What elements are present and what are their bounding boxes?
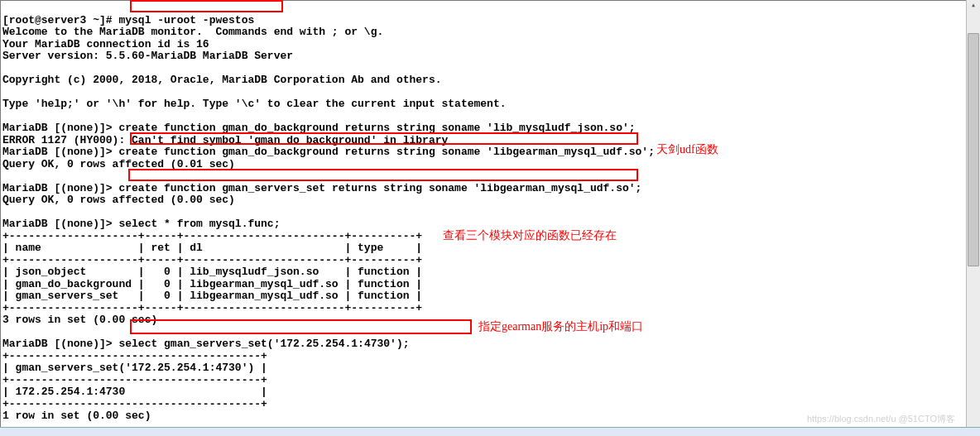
table2-border: +---------------------------------------… [2, 374, 267, 386]
mariadb-prompt: MariaDB [(none)]> [2, 218, 118, 230]
table1-border: +--------------------+-----+------------… [2, 302, 422, 314]
table1-row-2: | gman_do_background | 0 | libgearman_my… [2, 278, 422, 290]
mariadb-prompt: MariaDB [(none)]> [2, 182, 118, 194]
annotation-udf: 天剑udf函数 [656, 144, 718, 156]
table2-border: +---------------------------------------… [2, 398, 267, 410]
table2-footer: 1 row in set (0.00 sec) [2, 410, 151, 422]
query-ok-2: Query OK, 0 rows affected (0.00 sec) [2, 194, 235, 206]
table1-header: | name | ret | dl | type | [2, 242, 422, 254]
copyright-line: Copyright (c) 2000, 2018, Oracle, MariaD… [2, 74, 442, 86]
scrollbar-thumb[interactable] [968, 33, 979, 266]
mariadb-prompt: MariaDB [(none)]> [2, 122, 118, 134]
stmt-set-gearman-server: select gman_servers_set('172.25.254.1:47… [118, 338, 409, 350]
table2-border: +---------------------------------------… [2, 350, 267, 362]
error-line: ERROR 1127 (HY000): Can't find symbol 'g… [2, 134, 448, 146]
mysql-login-cmd: mysql -uroot -pwestos [118, 14, 254, 26]
welcome-line-2: Your MariaDB connection id is 16 [2, 38, 209, 50]
table2-header: | gman_servers_set('172.25.254.1:4730') … [2, 362, 267, 374]
table1-row-3: | gman_servers_set | 0 | libgearman_mysq… [2, 290, 422, 302]
table1-row-1: | json_object | 0 | lib_mysqludf_json.so… [2, 266, 422, 278]
mariadb-prompt: MariaDB [(none)]> [2, 146, 118, 158]
table1-border: +--------------------+-----+------------… [2, 230, 422, 242]
watermark-text: https://blog.csdn.net/u @51CTO博客 [807, 413, 955, 425]
vertical-scrollbar[interactable]: ▴ ▾ [966, 0, 980, 436]
query-ok-1: Query OK, 0 rows affected (0.01 sec) [2, 158, 235, 170]
table1-border: +--------------------+-----+------------… [2, 254, 422, 266]
stmt-select-mysql-func: select * from mysql.func; [118, 218, 280, 230]
help-line: Type 'help;' or '\h' for help. Type '\c'… [2, 98, 507, 110]
table2-row: | 172.25.254.1:4730 | [2, 386, 267, 398]
scroll-up-arrow[interactable]: ▴ [967, 0, 980, 12]
annotation-check-modules: 查看三个模块对应的函数已经存在 [443, 230, 617, 242]
welcome-line-1: Welcome to the MariaDB monitor. Commands… [2, 26, 383, 38]
terminal-output: [root@server3 ~]# mysql -uroot -pwestos … [1, 1, 967, 436]
stmt-create-func-json: create function gman_do_background retur… [118, 122, 635, 134]
shell-prompt: [root@server3 ~]# [2, 14, 118, 26]
taskbar-sliver [0, 427, 980, 436]
welcome-line-3: Server version: 5.5.60-MariaDB MariaDB S… [2, 50, 293, 62]
annotation-gearman-ip: 指定gearman服务的主机ip和端口 [478, 321, 643, 333]
mariadb-prompt: MariaDB [(none)]> [2, 338, 118, 350]
stmt-create-func-bg: create function gman_do_background retur… [118, 146, 655, 158]
stmt-create-func-servers-set: create function gman_servers_set returns… [118, 182, 641, 194]
table1-footer: 3 rows in set (0.00 sec) [2, 314, 157, 326]
